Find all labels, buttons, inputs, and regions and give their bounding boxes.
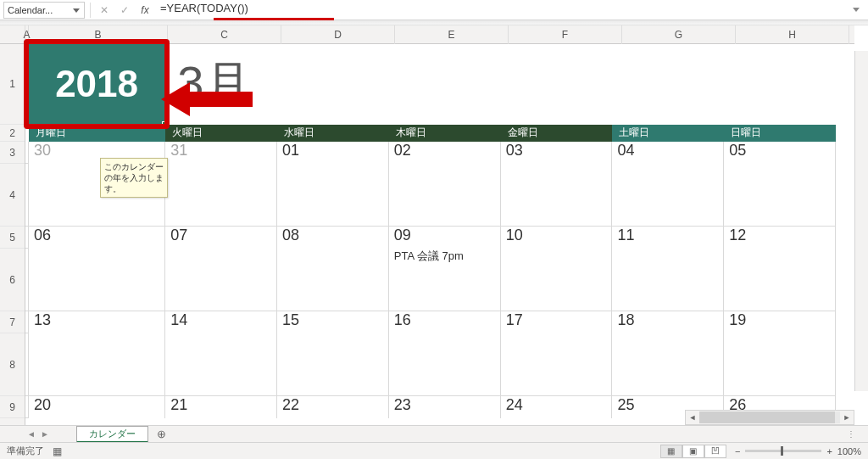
date-cell[interactable]: 20	[29, 396, 165, 418]
date-cell[interactable]: 08	[277, 227, 389, 249]
date-cell[interactable]: 14	[165, 311, 277, 333]
note-cell[interactable]	[277, 249, 389, 311]
weekday-mon[interactable]: 月曜日	[29, 125, 165, 142]
note-cell[interactable]	[165, 249, 277, 311]
note-cell[interactable]	[724, 333, 836, 396]
page-layout-view-button[interactable]: ▣	[682, 445, 704, 458]
date-cell[interactable]: 16	[389, 311, 501, 333]
expand-formula-bar-button[interactable]	[848, 8, 865, 12]
year-cell[interactable]: 2018	[29, 44, 165, 125]
row-header-3[interactable]: 3	[0, 142, 25, 164]
scroll-track[interactable]	[699, 411, 840, 423]
zoom-thumb[interactable]	[781, 446, 783, 456]
date-cell[interactable]: 02	[389, 142, 501, 164]
weekday-sat[interactable]: 土曜日	[612, 125, 724, 142]
zoom-out-button[interactable]: −	[735, 446, 740, 456]
col-header-g[interactable]: G	[622, 25, 736, 44]
date-cell[interactable]: 07	[165, 227, 277, 249]
row-header-9[interactable]: 9	[0, 396, 25, 418]
scroll-right-button[interactable]: ►	[840, 411, 854, 424]
date-cell[interactable]: 17	[501, 311, 613, 333]
formula-input[interactable]: =YEAR(TODAY())	[157, 2, 844, 19]
date-cell[interactable]: 23	[389, 396, 501, 418]
note-cell[interactable]	[389, 164, 501, 227]
cells-area[interactable]: 2018 3月 月曜日 火曜日 水曜日 木曜日 金曜日 土曜日 日曜日	[25, 44, 854, 425]
formula-text: =YEAR(TODAY())	[160, 2, 248, 14]
date-cell[interactable]: 09	[389, 227, 501, 249]
note-cell[interactable]	[724, 249, 836, 311]
date-cell[interactable]: 01	[277, 142, 389, 164]
row-header-8[interactable]: 8	[0, 333, 25, 396]
row-header-5[interactable]: 5	[0, 227, 25, 249]
date-cell[interactable]: 31	[165, 142, 277, 164]
row-header-6[interactable]: 6	[0, 249, 25, 311]
date-cell[interactable]: 06	[29, 227, 165, 249]
weekday-thu[interactable]: 木曜日	[389, 125, 501, 142]
col-header-b[interactable]: B	[29, 25, 168, 44]
date-cell[interactable]: 10	[501, 227, 613, 249]
insert-function-button[interactable]: fx	[136, 2, 153, 19]
weekday-wed[interactable]: 水曜日	[277, 125, 389, 142]
page-break-view-button[interactable]: 凹	[704, 445, 726, 458]
tab-split-handle[interactable]: ⋮	[834, 429, 868, 439]
row-header-2[interactable]: 2	[0, 125, 25, 142]
date-cell[interactable]: 15	[277, 311, 389, 333]
zoom-in-button[interactable]: +	[826, 446, 832, 456]
note-cell[interactable]	[389, 333, 501, 396]
date-cell[interactable]: 04	[612, 142, 724, 164]
date-cell[interactable]: 22	[277, 396, 389, 418]
date-cell[interactable]: 12	[724, 227, 836, 249]
weekday-fri[interactable]: 金曜日	[501, 125, 613, 142]
scroll-thumb[interactable]	[699, 411, 835, 423]
cell-tooltip: このカレンダーの年を入力します。	[100, 158, 168, 198]
col-header-f[interactable]: F	[509, 25, 622, 44]
date-cell[interactable]: 05	[724, 142, 836, 164]
date-cell[interactable]: 24	[501, 396, 613, 418]
note-cell[interactable]	[165, 164, 277, 227]
note-cell[interactable]	[501, 164, 613, 227]
accept-formula-button[interactable]: ✓	[116, 2, 133, 19]
zoom-percent[interactable]: 100%	[837, 446, 861, 456]
cancel-formula-button[interactable]: ✕	[96, 2, 113, 19]
date-cell[interactable]: 21	[165, 396, 277, 418]
date-cell[interactable]: 13	[29, 311, 165, 333]
row-header-1[interactable]: 1	[0, 44, 25, 125]
note-cell[interactable]	[612, 333, 724, 396]
date-cell[interactable]: 03	[501, 142, 613, 164]
select-all-corner[interactable]	[0, 25, 25, 44]
note-cell[interactable]	[29, 249, 165, 311]
note-cell[interactable]	[277, 164, 389, 227]
month-cell[interactable]: 3月	[165, 44, 836, 125]
col-header-d[interactable]: D	[281, 25, 395, 44]
note-cell[interactable]	[501, 249, 613, 311]
scroll-left-button[interactable]: ◄	[686, 411, 699, 424]
note-cell[interactable]: PTA 会議 7pm	[389, 249, 501, 311]
note-cell[interactable]	[501, 333, 613, 396]
name-box[interactable]: Calendar...	[3, 2, 85, 19]
note-cell[interactable]	[612, 164, 724, 227]
row-header-7[interactable]: 7	[0, 311, 25, 333]
macro-record-icon[interactable]: ▦	[53, 445, 62, 457]
col-header-e[interactable]: E	[395, 25, 509, 44]
col-header-h[interactable]: H	[736, 25, 849, 44]
add-sheet-button[interactable]	[152, 427, 170, 442]
weekday-sun[interactable]: 日曜日	[724, 125, 836, 142]
weekday-tue[interactable]: 火曜日	[165, 125, 277, 142]
date-cell[interactable]: 11	[612, 227, 724, 249]
sheet-tab-active[interactable]: カレンダー	[76, 426, 148, 443]
zoom-slider[interactable]	[745, 450, 821, 452]
normal-view-button[interactable]: ▦	[660, 445, 682, 458]
note-cell[interactable]	[612, 249, 724, 311]
note-cell[interactable]	[277, 333, 389, 396]
vertical-scrollbar[interactable]	[854, 51, 868, 391]
date-cell[interactable]: 18	[612, 311, 724, 333]
note-cell[interactable]	[29, 333, 165, 396]
col-header-c[interactable]: C	[168, 25, 281, 44]
tab-nav-buttons[interactable]: ◄►	[0, 429, 76, 439]
horizontal-scrollbar[interactable]: ◄ ►	[685, 410, 854, 425]
week3-dates: 13 14 15 16 17 18 19	[25, 311, 836, 333]
note-cell[interactable]	[724, 164, 836, 227]
row-header-4[interactable]: 4	[0, 164, 25, 227]
note-cell[interactable]	[165, 333, 277, 396]
date-cell[interactable]: 19	[724, 311, 836, 333]
